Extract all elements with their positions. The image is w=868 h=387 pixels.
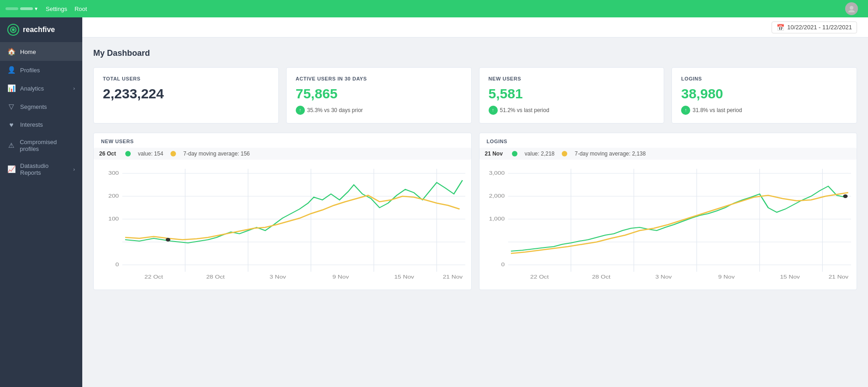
trend-up-icon: ↑: [296, 106, 305, 115]
stat-card-total-users-value: 2,233,224: [103, 86, 269, 102]
trend-up-icon-2: ↑: [489, 106, 498, 115]
sidebar: reachfive 🏠 Home 👤 Profiles 📊 Analytics …: [0, 17, 82, 387]
calendar-icon: 📅: [777, 24, 784, 31]
svg-text:21 Nov: 21 Nov: [828, 274, 848, 280]
svg-point-45: [843, 194, 847, 198]
dashboard-title: My Dashboard: [93, 48, 857, 58]
sidebar-logo[interactable]: reachfive: [0, 17, 82, 43]
logins-value-label: value: 2,218: [525, 150, 554, 157]
home-icon: 🏠: [7, 48, 16, 56]
interests-icon: ♥: [7, 121, 16, 129]
sidebar-item-profiles-label: Profiles: [20, 67, 40, 74]
sidebar-item-interests-label: Interests: [20, 121, 43, 128]
top-nav-tab-1[interactable]: [5, 7, 18, 10]
stat-card-new-users-title: NEW USERS: [489, 76, 655, 81]
content-area: 📅 10/22/2021 - 11/22/2021 My Dashboard T…: [82, 17, 868, 387]
sidebar-item-datastudio[interactable]: 📈 Datastudio Reports ›: [0, 157, 82, 181]
sidebar-item-compromised-label: Compromised profiles: [20, 139, 75, 152]
sidebar-item-home-label: Home: [20, 48, 36, 55]
stat-card-active-users-value: 75,865: [296, 86, 462, 102]
main-layout: reachfive 🏠 Home 👤 Profiles 📊 Analytics …: [0, 17, 868, 387]
analytics-chevron-icon: ›: [73, 86, 75, 91]
stat-card-active-users-title: ACTIVE USERS IN 30 DAYS: [296, 76, 462, 81]
content-header: 📅 10/22/2021 - 11/22/2021: [82, 17, 868, 38]
chart-panels: NEW USERS 26 Oct value: 154 7-day moving…: [93, 133, 857, 290]
compromised-icon: ⚠: [7, 141, 15, 150]
logins-chart-header: LOGINS: [479, 133, 857, 144]
top-nav-tab-2[interactable]: [20, 7, 33, 10]
svg-point-3: [12, 28, 15, 31]
trend-up-icon-3: ↑: [681, 106, 690, 115]
svg-text:200: 200: [108, 193, 119, 199]
svg-text:21 Nov: 21 Nov: [443, 274, 463, 280]
datastudio-chevron-icon: ›: [73, 167, 75, 172]
svg-text:1,000: 1,000: [489, 216, 504, 221]
stat-card-logins-badge-text: 31.8% vs last period: [692, 107, 742, 113]
new-users-value-label: value: 154: [138, 150, 163, 157]
stat-card-new-users-value: 5,581: [489, 86, 655, 102]
stat-card-active-users: ACTIVE USERS IN 30 DAYS 75,865 ↑ 35.3% v…: [286, 67, 472, 124]
top-nav: ▾ Settings Root: [0, 0, 868, 17]
stat-card-logins-title: LOGINS: [681, 76, 847, 81]
sidebar-item-home[interactable]: 🏠 Home: [0, 43, 82, 61]
svg-text:2,000: 2,000: [489, 193, 504, 199]
date-range-label: 10/22/2021 - 11/22/2021: [787, 24, 852, 31]
analytics-icon: 📊: [7, 84, 16, 92]
svg-text:9 Nov: 9 Nov: [332, 274, 349, 280]
sidebar-item-profiles[interactable]: 👤 Profiles: [0, 61, 82, 79]
segments-icon: ▽: [7, 102, 16, 111]
date-range-picker[interactable]: 📅 10/22/2021 - 11/22/2021: [772, 22, 857, 33]
top-nav-dropdown-arrow[interactable]: ▾: [35, 5, 37, 12]
stat-card-new-users-badge-text: 51.2% vs last period: [500, 107, 549, 113]
datastudio-icon: 📈: [7, 165, 16, 173]
stat-card-new-users: NEW USERS 5,581 ↑ 51.2% vs last period: [479, 67, 665, 124]
svg-point-24: [166, 238, 170, 242]
logins-green-dot: [512, 151, 517, 156]
stat-card-new-users-badge: ↑ 51.2% vs last period: [489, 106, 549, 115]
svg-point-0: [850, 6, 853, 10]
root-link[interactable]: Root: [75, 5, 87, 12]
sidebar-item-analytics[interactable]: 📊 Analytics ›: [0, 79, 82, 97]
sidebar-item-datastudio-label: Datastudio Reports: [20, 162, 69, 176]
new-users-avg-label: 7-day moving average: 156: [183, 150, 250, 157]
stat-card-logins-value: 38,980: [681, 86, 847, 102]
svg-text:0: 0: [501, 262, 505, 267]
stat-card-active-users-badge: ↑ 35.3% vs 30 days prior: [296, 106, 363, 115]
sidebar-item-compromised[interactable]: ⚠ Compromised profiles: [0, 134, 82, 157]
stat-card-total-users: TOTAL USERS 2,233,224: [93, 67, 279, 124]
sidebar-item-segments[interactable]: ▽ Segments: [0, 97, 82, 116]
svg-point-1: [848, 10, 855, 12]
stat-card-active-users-badge-text: 35.3% vs 30 days prior: [307, 107, 363, 113]
new-users-chart-title: NEW USERS: [101, 139, 464, 144]
svg-text:15 Nov: 15 Nov: [780, 274, 800, 280]
dashboard-body: My Dashboard TOTAL USERS 2,233,224 ACTIV…: [82, 38, 868, 387]
user-avatar[interactable]: [845, 2, 858, 15]
svg-text:9 Nov: 9 Nov: [718, 274, 735, 280]
svg-text:100: 100: [108, 216, 119, 221]
stat-card-logins-badge: ↑ 31.8% vs last period: [681, 106, 742, 115]
new-users-chart-panel: NEW USERS 26 Oct value: 154 7-day moving…: [93, 133, 472, 290]
settings-link[interactable]: Settings: [46, 5, 67, 12]
top-nav-tabs: ▾: [5, 5, 37, 12]
stat-card-total-users-title: TOTAL USERS: [103, 76, 269, 81]
logins-avg-label: 7-day moving average: 2,138: [575, 150, 645, 157]
sidebar-item-segments-label: Segments: [20, 103, 47, 110]
logo-icon: [7, 24, 19, 36]
svg-text:3 Nov: 3 Nov: [270, 274, 287, 280]
new-users-green-dot: [125, 151, 131, 156]
logins-date-label: 21 Nov: [485, 150, 503, 157]
svg-text:15 Nov: 15 Nov: [394, 274, 414, 280]
profiles-icon: 👤: [7, 66, 16, 74]
logins-chart-title: LOGINS: [487, 139, 850, 144]
svg-text:3,000: 3,000: [489, 170, 504, 176]
svg-text:28 Oct: 28 Oct: [206, 274, 225, 280]
logo-text: reachfive: [23, 26, 55, 34]
svg-text:300: 300: [108, 170, 119, 176]
logins-chart-legend: 21 Nov value: 2,218 7-day moving average…: [479, 148, 857, 160]
svg-text:0: 0: [115, 262, 119, 267]
svg-text:22 Oct: 22 Oct: [144, 274, 163, 280]
new-users-chart-svg: 300 200 100 0 22 Oct 28 Oct 3 Nov 9 Nov …: [94, 160, 471, 288]
sidebar-item-analytics-label: Analytics: [20, 85, 44, 92]
sidebar-item-interests[interactable]: ♥ Interests: [0, 116, 82, 134]
logins-chart-svg: 3,000 2,000 1,000 0 22 Oct 28 Oct 3 Nov …: [479, 160, 857, 288]
